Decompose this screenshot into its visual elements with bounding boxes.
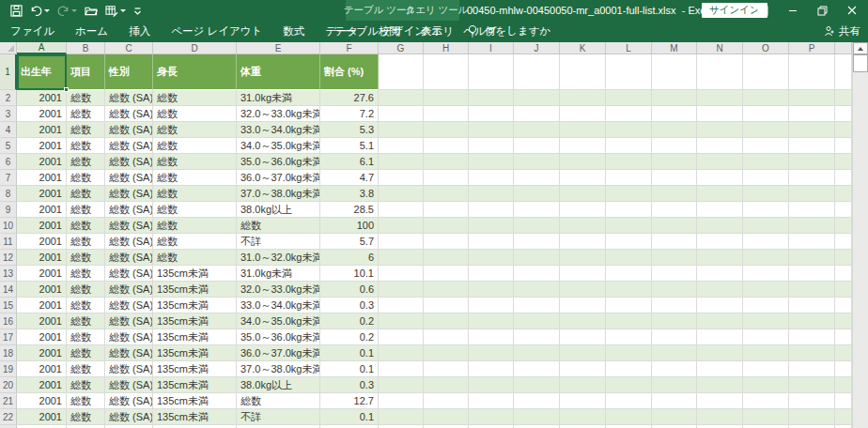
cell[interactable]: 総数 (SA) xyxy=(105,266,153,282)
cell[interactable]: 2001 xyxy=(17,138,67,154)
cell[interactable]: 135cm未満 xyxy=(153,282,237,298)
cell[interactable]: 2001 xyxy=(17,106,67,122)
cell-empty[interactable] xyxy=(835,282,852,298)
cell[interactable]: 総数 xyxy=(67,122,105,138)
cell-empty[interactable] xyxy=(560,377,606,393)
cell-empty[interactable] xyxy=(469,122,514,138)
cell[interactable]: 2001 xyxy=(17,170,67,186)
cell[interactable]: 総数 xyxy=(67,377,105,393)
cell-empty[interactable] xyxy=(606,313,652,329)
cell-empty[interactable] xyxy=(743,282,789,298)
cell-empty[interactable] xyxy=(743,54,789,90)
cell[interactable]: 35.0～36.0kg未満 xyxy=(237,329,320,345)
cell[interactable]: 28.5 xyxy=(320,202,379,218)
cell-empty[interactable] xyxy=(743,409,789,425)
tab-page-layout[interactable]: ページ レイアウト xyxy=(161,21,272,42)
cell-empty[interactable] xyxy=(697,377,743,393)
cell[interactable]: 2001 xyxy=(17,154,67,170)
cell-empty[interactable] xyxy=(424,106,469,122)
cell[interactable]: 0.2 xyxy=(320,329,379,345)
cell[interactable]: 総数 xyxy=(67,250,105,266)
cell-empty[interactable] xyxy=(560,170,606,186)
table-header-cell[interactable]: 性別 xyxy=(105,54,153,90)
row-header-18[interactable]: 18 xyxy=(0,345,17,361)
cell-empty[interactable] xyxy=(379,313,424,329)
row-header-7[interactable]: 7 xyxy=(0,170,17,186)
cell-empty[interactable] xyxy=(789,154,835,170)
cell[interactable]: 総数 (SA) xyxy=(105,393,153,409)
cell-empty[interactable] xyxy=(514,202,560,218)
cell-empty[interactable] xyxy=(835,202,852,218)
row-header-13[interactable]: 13 xyxy=(0,266,17,282)
cell-empty[interactable] xyxy=(697,282,743,298)
cell[interactable]: 10.1 xyxy=(320,266,379,282)
cell-empty[interactable] xyxy=(697,218,743,234)
cell[interactable]: 総数 xyxy=(67,202,105,218)
cell-empty[interactable] xyxy=(424,313,469,329)
cell-empty[interactable] xyxy=(697,266,743,282)
cell[interactable]: 総数 (SA) xyxy=(105,409,153,425)
cell-empty[interactable] xyxy=(652,250,697,266)
cell-empty[interactable] xyxy=(606,202,652,218)
cell-empty[interactable] xyxy=(514,266,560,282)
cell-empty[interactable] xyxy=(835,266,852,282)
cell[interactable]: 2001 xyxy=(17,234,67,250)
cell-empty[interactable] xyxy=(469,90,514,106)
cell[interactable]: 0.3 xyxy=(320,377,379,393)
column-header-A[interactable]: A xyxy=(17,42,67,54)
share-button[interactable]: 共有 xyxy=(824,21,860,42)
cell[interactable]: 総数 xyxy=(67,154,105,170)
cell-empty[interactable] xyxy=(469,298,514,313)
cell[interactable]: 総数 xyxy=(67,186,105,202)
cell-empty[interactable] xyxy=(379,234,424,250)
cell-empty[interactable] xyxy=(606,234,652,250)
cell-empty[interactable] xyxy=(606,122,652,138)
cell-empty[interactable] xyxy=(743,122,789,138)
cell[interactable]: 2001 xyxy=(17,122,67,138)
cell-empty[interactable] xyxy=(789,90,835,106)
cell-empty[interactable] xyxy=(469,106,514,122)
cell-empty[interactable] xyxy=(835,409,852,425)
cell[interactable]: 32.0～33.0kg未満 xyxy=(237,106,320,122)
cell[interactable]: 135cm未満 xyxy=(153,409,237,425)
cell[interactable]: 36.0～37.0kg未満 xyxy=(237,170,320,186)
cell-empty[interactable] xyxy=(789,138,835,154)
cell-empty[interactable] xyxy=(606,106,652,122)
column-header-F[interactable]: F xyxy=(320,42,379,54)
cell-empty[interactable] xyxy=(697,122,743,138)
cell[interactable]: 135cm未満 xyxy=(153,266,237,282)
cell[interactable]: 総数 xyxy=(67,298,105,313)
cell-empty[interactable] xyxy=(469,377,514,393)
column-header-H[interactable]: H xyxy=(424,42,469,54)
cell-empty[interactable] xyxy=(743,298,789,313)
cell-empty[interactable] xyxy=(514,361,560,377)
row-header-20[interactable]: 20 xyxy=(0,377,17,393)
column-header-M[interactable]: M xyxy=(652,42,697,54)
cell[interactable]: 総数 xyxy=(67,106,105,122)
cell[interactable]: 総数 xyxy=(153,170,237,186)
cell[interactable]: 総数 xyxy=(67,282,105,298)
cell-empty[interactable] xyxy=(835,170,852,186)
table-pen-dropdown-caret[interactable] xyxy=(120,9,126,12)
cell-empty[interactable] xyxy=(652,345,697,361)
cell[interactable]: 総数 (SA) xyxy=(105,122,153,138)
cell-empty[interactable] xyxy=(560,393,606,409)
cell-empty[interactable] xyxy=(697,329,743,345)
cell-empty[interactable] xyxy=(379,282,424,298)
cell-empty[interactable] xyxy=(606,298,652,313)
cell-empty[interactable] xyxy=(789,54,835,90)
cell-empty[interactable] xyxy=(424,377,469,393)
cell-empty[interactable] xyxy=(424,361,469,377)
cell[interactable]: 36.0～37.0kg未満 xyxy=(237,345,320,361)
cell-empty[interactable] xyxy=(424,282,469,298)
cell[interactable]: 総数 (SA) xyxy=(105,298,153,313)
cell[interactable]: 総数 xyxy=(153,202,237,218)
cell-empty[interactable] xyxy=(789,329,835,345)
tell-me-search[interactable]: 何をしますか xyxy=(467,21,550,42)
cell-empty[interactable] xyxy=(514,218,560,234)
cell[interactable]: 0.1 xyxy=(320,345,379,361)
tab-formulas[interactable]: 数式 xyxy=(272,21,315,42)
cell-empty[interactable] xyxy=(469,345,514,361)
cell[interactable]: 4.7 xyxy=(320,170,379,186)
cell-empty[interactable] xyxy=(743,186,789,202)
